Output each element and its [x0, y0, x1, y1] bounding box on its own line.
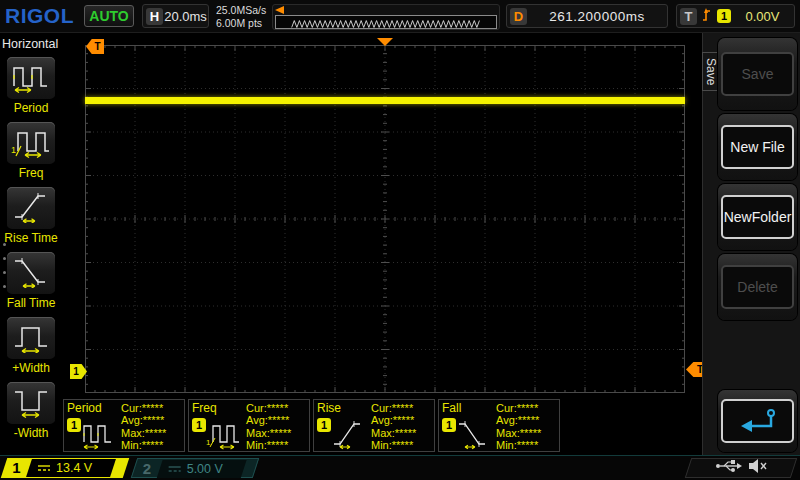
run-state-badge: AUTO	[84, 5, 134, 27]
top-status-bar: RIGOL AUTO H 20.0ms 25.0MSa/s 6.00M pts …	[0, 0, 800, 33]
dc-coupling-icon	[37, 459, 51, 477]
channel-badge: 1	[192, 418, 206, 432]
delay-badge: D	[510, 8, 527, 25]
speaker-muted-icon	[748, 458, 768, 478]
freq-wave-icon: 1	[206, 414, 242, 454]
sidebar-item-minus-width-label: -Width	[0, 426, 62, 440]
delay-value: 261.200000ms	[527, 9, 667, 24]
period-icon	[11, 59, 51, 97]
sidebar-item-rise-time[interactable]	[7, 187, 55, 229]
measurement-title: Fall	[442, 401, 461, 415]
preview-trigger-marker-icon	[275, 6, 284, 14]
measurement-rise: Rise 1 Cur:***** Avg:***** Max:***** Min…	[313, 399, 435, 452]
new-file-button[interactable]: New File	[718, 114, 797, 180]
scroll-indicator-dot	[3, 271, 6, 274]
svg-text:1: 1	[11, 145, 16, 155]
channel2-badge[interactable]: 2 5.00 V	[131, 458, 259, 478]
menu-tab-save: Save	[702, 52, 719, 91]
statusbar-icon-group	[685, 458, 797, 478]
horizontal-badge: H	[146, 8, 163, 25]
rigol-logo: RIGOL	[5, 4, 74, 28]
measurement-title: Rise	[317, 401, 341, 415]
trigger-level-value: 0.00V	[731, 9, 794, 24]
return-button-face	[721, 399, 794, 443]
sidebar-item-minus-width[interactable]	[7, 382, 55, 424]
preview-wave	[275, 15, 497, 29]
timebase-value: 20.0ms	[163, 9, 208, 24]
delete-button-label: Delete	[721, 265, 794, 309]
measurement-title: Freq	[192, 401, 217, 415]
trigger-readout: T 1 0.00V	[676, 4, 795, 28]
delay-readout: D 261.200000ms	[506, 4, 668, 28]
channel2-readout: 5.00 V	[157, 460, 247, 478]
sidebar-item-period-label: Period	[0, 101, 62, 115]
return-arrow-icon	[735, 406, 781, 437]
freq-icon: 1	[11, 124, 51, 162]
new-folder-button[interactable]: NewFolder	[718, 184, 797, 250]
timebase-readout: H 20.0ms	[142, 4, 209, 28]
delete-button[interactable]: Delete	[718, 254, 797, 320]
channel1-badge[interactable]: 1 13.4 V	[1, 458, 129, 478]
channel1-readout: 13.4 V	[26, 459, 116, 477]
acquisition-readout: 25.0MSa/s 6.00M pts	[216, 4, 266, 30]
channel1-scale-value: 13.4 V	[56, 461, 92, 475]
sidebar-title: Horizontal	[2, 37, 58, 51]
dc-coupling-icon	[168, 460, 182, 478]
measurement-period: Period 1 Cur:***** Avg:***** Max:***** M…	[63, 399, 185, 452]
scroll-indicator-dot	[3, 285, 6, 288]
sidebar-item-plus-width-label: +Width	[0, 361, 62, 375]
channel-badge: 1	[317, 418, 331, 432]
minus-width-icon	[11, 384, 51, 422]
new-file-button-label: New File	[721, 125, 794, 169]
channel1-trace	[85, 97, 685, 104]
usb-icon	[715, 458, 742, 478]
scroll-indicator-dot	[3, 243, 6, 246]
memory-depth: 6.00M pts	[216, 17, 266, 30]
rise-wave-icon	[331, 414, 367, 454]
channel2-number: 2	[143, 460, 151, 477]
sidebar-item-plus-width[interactable]	[7, 317, 55, 359]
measurement-stats: Cur:***** Avg:***** Max:***** Min:*****	[371, 402, 416, 451]
measurement-stats: Cur:***** Avg:***** Max:***** Min:*****	[246, 402, 291, 451]
sidebar-item-freq-label: Freq	[0, 166, 62, 180]
channel-badge: 1	[442, 418, 456, 432]
sidebar-item-rise-time-label: Rise Time	[0, 231, 62, 245]
trigger-badge: T	[680, 8, 697, 25]
oscilloscope-screen: RIGOL AUTO H 20.0ms 25.0MSa/s 6.00M pts …	[0, 0, 800, 480]
measurement-stats: Cur:***** Avg:***** Max:***** Min:*****	[121, 402, 166, 451]
measurement-stats: Cur:***** Avg:***** Max:***** Min:*****	[496, 402, 541, 451]
period-wave-icon	[81, 414, 117, 454]
sample-rate: 25.0MSa/s	[216, 4, 266, 17]
sidebar-item-freq[interactable]: 1	[7, 122, 55, 164]
measurement-freq: Freq 1 1 Cur:***** Avg:***** Max:***** M…	[188, 399, 310, 452]
channel2-scale-value: 5.00 V	[187, 462, 223, 476]
rise-time-icon	[11, 189, 51, 227]
rising-edge-icon	[702, 7, 713, 26]
channel-badge: 1	[67, 418, 81, 432]
fall-wave-icon	[456, 414, 492, 454]
bottom-status-bar: 1 13.4 V 2 5.0	[0, 455, 800, 480]
save-button-label: Save	[721, 52, 794, 96]
scroll-indicator-dot	[3, 257, 6, 260]
measurement-title: Period	[67, 401, 102, 415]
measurement-fall: Fall 1 Cur:***** Avg:***** Max:***** Min…	[438, 399, 560, 452]
return-button[interactable]	[718, 390, 797, 452]
sidebar-item-fall-time[interactable]	[7, 252, 55, 294]
save-button[interactable]: Save	[718, 38, 797, 110]
sidebar-item-fall-time-label: Fall Time	[0, 296, 62, 310]
fall-time-icon	[11, 254, 51, 292]
waveform-preview	[272, 4, 500, 30]
plus-width-icon	[11, 319, 51, 357]
channel1-number: 1	[12, 459, 20, 476]
new-folder-button-label: NewFolder	[721, 195, 794, 239]
trigger-source-badge: 1	[717, 9, 731, 23]
sidebar-item-period[interactable]	[7, 57, 55, 99]
